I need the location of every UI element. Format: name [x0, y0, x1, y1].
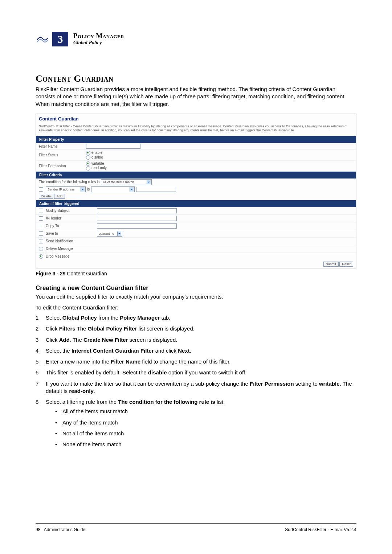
bullet-1: All of the items must match	[55, 408, 356, 415]
step-2: Click Filters The Global Policy Filter l…	[36, 325, 356, 332]
bullet-4: None of the items match	[55, 441, 356, 448]
intro-paragraph: RiskFilter Content Guardian provides a m…	[36, 86, 356, 108]
xheader-input[interactable]	[97, 216, 177, 221]
send-notification-checkbox[interactable]	[39, 239, 43, 243]
step-5: Enter a new name into the Filter Name fi…	[36, 358, 356, 365]
saveto-checkbox[interactable]	[39, 231, 43, 236]
xheader-checkbox[interactable]	[39, 216, 43, 221]
modify-subject-checkbox[interactable]	[39, 209, 43, 213]
deliver-radio[interactable]	[39, 247, 43, 251]
chapter-number-box: 3	[52, 32, 68, 46]
section-heading: Content Guardian	[36, 73, 356, 84]
readonly-label: read-only	[91, 166, 107, 170]
condition-select[interactable]: All of the items match	[101, 179, 152, 185]
chapter-subtitle: Global Policy	[73, 40, 124, 46]
steps-list: Select Global Policy from the Policy Man…	[36, 314, 356, 448]
subsection-intro: You can edit the supplied filter to exac…	[36, 293, 356, 300]
step-1: Select Global Policy from the Policy Man…	[36, 314, 356, 321]
product-label: SurfControl RiskFilter - E-mail V5.2.4	[285, 527, 356, 532]
step-8: Select a filtering rule from the The con…	[36, 398, 356, 448]
saveto-label: Save to	[46, 231, 58, 235]
deliver-label: Deliver Message	[46, 247, 73, 251]
copyto-checkbox[interactable]	[39, 224, 43, 228]
panel-title: Content Guardian	[36, 114, 356, 124]
chapter-title: Policy Manager	[73, 32, 124, 40]
step-7: If you want to make the filter so that i…	[36, 380, 356, 395]
page-footer: 98 Administrator's Guide SurfControl Ris…	[36, 523, 356, 532]
step-4: Select the Internet Content Guardian Fil…	[36, 347, 356, 354]
bullet-3: Not all of the items match	[55, 430, 356, 437]
bullets-list: All of the items must match Any of the i…	[55, 408, 356, 448]
readonly-radio[interactable]	[86, 166, 90, 171]
filter-property-header: Filter Property	[36, 136, 356, 143]
xheader-label: X-Header	[46, 216, 61, 220]
reset-button[interactable]: Reset	[339, 262, 353, 267]
subsection-lead: To edit the Content Guardian filter:	[36, 304, 356, 311]
action-header: Action if filter triggered	[36, 200, 356, 207]
logo-icon	[36, 35, 49, 45]
disable-label: disable	[91, 155, 103, 159]
filter-name-label: Filter Name	[39, 144, 86, 148]
step-3: Click Add. The Create New Filter screen …	[36, 336, 356, 344]
bullet-2: Any of the items match	[55, 419, 356, 426]
field-select[interactable]: Sender IP address	[46, 186, 86, 192]
value-input[interactable]	[136, 187, 176, 192]
rule-checkbox[interactable]	[39, 187, 43, 192]
screenshot-panel: Content Guardian SurfControl RiskFilter …	[36, 114, 356, 268]
drop-radio[interactable]	[39, 254, 43, 259]
filter-name-input[interactable]	[86, 144, 140, 149]
enable-label: enable	[91, 151, 102, 155]
copyto-label: Copy To	[46, 224, 59, 228]
value-select[interactable]	[91, 186, 135, 192]
send-notification-label: Send Notification	[46, 239, 73, 243]
guide-label: Administrator's Guide	[44, 527, 85, 532]
enable-radio[interactable]	[86, 151, 90, 155]
panel-description: SurfControl RiskFilter - E-mail Content …	[36, 124, 356, 136]
filter-status-label: Filter Status	[39, 153, 86, 157]
delete-button[interactable]: Delete	[39, 194, 53, 199]
page-number: 98	[36, 527, 40, 532]
disable-radio[interactable]	[86, 155, 90, 160]
submit-button[interactable]: Submit	[323, 262, 339, 267]
drop-label: Drop Message	[46, 254, 69, 258]
add-button[interactable]: Add	[54, 194, 65, 199]
operator-label: is	[87, 187, 90, 191]
copyto-input[interactable]	[97, 223, 177, 229]
writable-label: writable	[91, 161, 104, 165]
filter-criteria-header: Filter Criteria	[36, 172, 356, 178]
figure-caption: Figure 3 - 29 Content Guardian	[36, 271, 356, 276]
step-6: This filter is enabled by default. Selec…	[36, 369, 356, 376]
modify-subject-label: Modify Subject	[46, 209, 70, 213]
subsection-heading: Creating a new Content Guardian filter	[36, 284, 356, 292]
condition-text: The condition for the following rules is	[39, 180, 99, 184]
modify-subject-input[interactable]	[97, 208, 177, 213]
writable-radio[interactable]	[86, 161, 90, 166]
filter-permission-label: Filter Permission	[39, 164, 86, 168]
saveto-select[interactable]: quarantine	[97, 231, 122, 237]
